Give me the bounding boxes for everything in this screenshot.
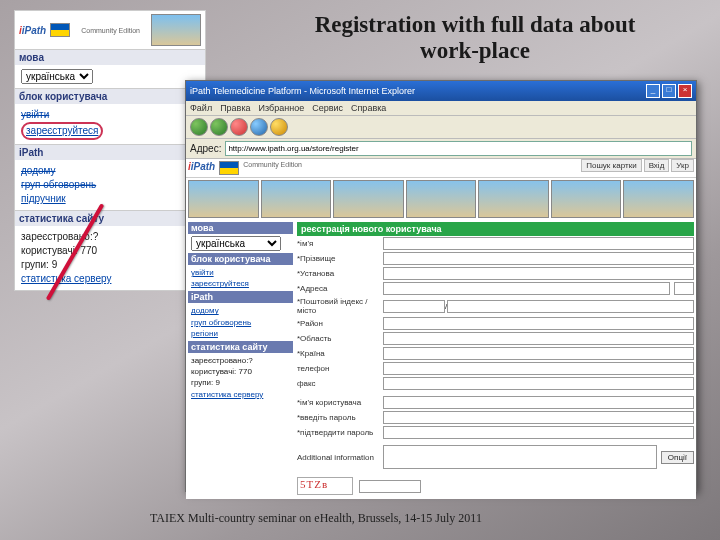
input-region[interactable] — [383, 332, 694, 345]
banner-image-icon — [188, 180, 259, 218]
input-additional[interactable] — [383, 445, 657, 469]
input-confirm[interactable] — [383, 426, 694, 439]
input-country[interactable] — [383, 347, 694, 360]
banner-image-icon — [406, 180, 477, 218]
input-district[interactable] — [383, 317, 694, 330]
home-link[interactable]: додому — [21, 164, 199, 178]
registration-form: реєстрація нового користувача *ім'я *Прі… — [295, 220, 696, 499]
home-icon[interactable] — [270, 118, 288, 136]
login-link[interactable]: увійти — [21, 108, 199, 122]
label-zipcity: *Поштовий індекс / місто — [297, 297, 383, 315]
docs-link[interactable]: підручник — [21, 192, 199, 206]
s-login-link[interactable]: увійти — [191, 267, 290, 278]
left-panel: iiPath Community Edition мова українська… — [14, 10, 206, 291]
s-lang-header: мова — [188, 222, 293, 234]
s-stats-header: статистика сайту — [188, 341, 293, 353]
label-username: *ім'я користувача — [297, 398, 383, 407]
s-register-link[interactable]: зареєструйтеся — [191, 278, 290, 289]
city-banner — [186, 178, 696, 220]
label-address: *Адреса — [297, 284, 383, 293]
register-link-highlighted[interactable]: зареєструйтеся — [21, 122, 103, 140]
label-phone: телефон — [297, 364, 383, 373]
page-content: iiPath Community Edition Пошук карткиВхі… — [186, 159, 696, 499]
stats-registered: зареєстровано:? — [21, 230, 199, 244]
s-stats1: зареєстровано:? — [191, 355, 290, 366]
input-fax[interactable] — [383, 377, 694, 390]
s-regions-link[interactable]: регіони — [191, 328, 290, 339]
browser-toolbar[interactable] — [186, 116, 696, 139]
input-zip[interactable] — [383, 300, 445, 313]
s-stats2: користувачі: 770 — [191, 366, 290, 377]
minimize-icon[interactable]: _ — [646, 84, 660, 98]
label-firstname: *ім'я — [297, 239, 383, 248]
edition-label: Community Edition — [81, 27, 140, 34]
input-lastname[interactable] — [383, 252, 694, 265]
s-home-link[interactable]: додому — [191, 305, 290, 316]
maximize-icon[interactable]: □ — [662, 84, 676, 98]
address-label: Адрес: — [190, 143, 221, 154]
s-groups-link[interactable]: груп обговорень — [191, 317, 290, 328]
sidebar: мова українська блок користувача увійти … — [186, 220, 295, 499]
label-fax: факс — [297, 379, 383, 388]
banner-image-icon — [478, 180, 549, 218]
input-captcha[interactable] — [359, 480, 421, 493]
label-lastname: *Прізвище — [297, 254, 383, 263]
banner-image-icon — [261, 180, 332, 218]
refresh-icon[interactable] — [250, 118, 268, 136]
form-header: реєстрація нового користувача — [297, 222, 694, 236]
banner-image-icon — [551, 180, 622, 218]
ipath-header: iPath — [15, 144, 205, 160]
window-titlebar: iPath Telemedicine Platform - Microsoft … — [186, 81, 696, 101]
top-nav[interactable]: Пошук карткиВхідУкр — [579, 161, 694, 175]
stats-users: користувачі: 770 — [21, 244, 199, 258]
s-stats3: групи: 9 — [191, 377, 290, 388]
captcha-image: 5TZв — [297, 477, 353, 495]
address-input[interactable] — [225, 141, 692, 156]
stats-groups: групи: 9 — [21, 258, 199, 272]
s-lang-select[interactable]: українська — [191, 236, 281, 251]
close-icon[interactable]: × — [678, 84, 692, 98]
lang-select[interactable]: українська — [21, 69, 93, 84]
ipath-logo: iiPath — [19, 25, 46, 36]
input-city[interactable] — [447, 300, 694, 313]
label-password: *введіть пароль — [297, 413, 383, 422]
ukraine-flag-icon — [50, 23, 70, 37]
s-ipath-header: iPath — [188, 291, 293, 303]
groups-link[interactable]: груп обговорень — [21, 178, 199, 192]
forward-icon[interactable] — [210, 118, 228, 136]
page-edition-label: Community Edition — [243, 161, 302, 175]
server-stats-link[interactable]: статистика серверу — [21, 272, 199, 286]
stats-header: статистика сайту — [15, 210, 205, 226]
input-firstname[interactable] — [383, 237, 694, 250]
browser-window: iPath Telemedicine Platform - Microsoft … — [185, 80, 697, 492]
label-region: *Область — [297, 334, 383, 343]
label-district: *Район — [297, 319, 383, 328]
userblock-header: блок користувача — [15, 88, 205, 104]
page-flag-icon — [219, 161, 239, 175]
back-icon[interactable] — [190, 118, 208, 136]
stop-icon[interactable] — [230, 118, 248, 136]
window-title: iPath Telemedicine Platform - Microsoft … — [190, 86, 415, 96]
banner-image-icon — [623, 180, 694, 218]
s-statslink[interactable]: статистика серверу — [191, 389, 290, 400]
lang-header: мова — [15, 49, 205, 65]
label-country: *Країна — [297, 349, 383, 358]
s-user-header: блок користувача — [188, 253, 293, 265]
slide-title: Registration with full data about work-p… — [290, 12, 660, 65]
page-logo: iiPath — [188, 161, 215, 175]
input-address-num[interactable] — [674, 282, 694, 295]
options-button[interactable]: Опції — [661, 451, 694, 464]
input-institution[interactable] — [383, 267, 694, 280]
label-institution: *Установа — [297, 269, 383, 278]
input-phone[interactable] — [383, 362, 694, 375]
label-additional: Additional information — [297, 453, 383, 462]
input-username[interactable] — [383, 396, 694, 409]
banner-image-icon — [333, 180, 404, 218]
header-thumb-icon — [151, 14, 201, 46]
input-password[interactable] — [383, 411, 694, 424]
browser-menubar[interactable]: ФайлПравкаИзбранноеСервисСправка — [186, 101, 696, 116]
input-address[interactable] — [383, 282, 670, 295]
label-confirm: *підтвердити пароль — [297, 428, 383, 437]
slide-footer: TAIEX Multi-country seminar on eHealth, … — [150, 511, 482, 526]
